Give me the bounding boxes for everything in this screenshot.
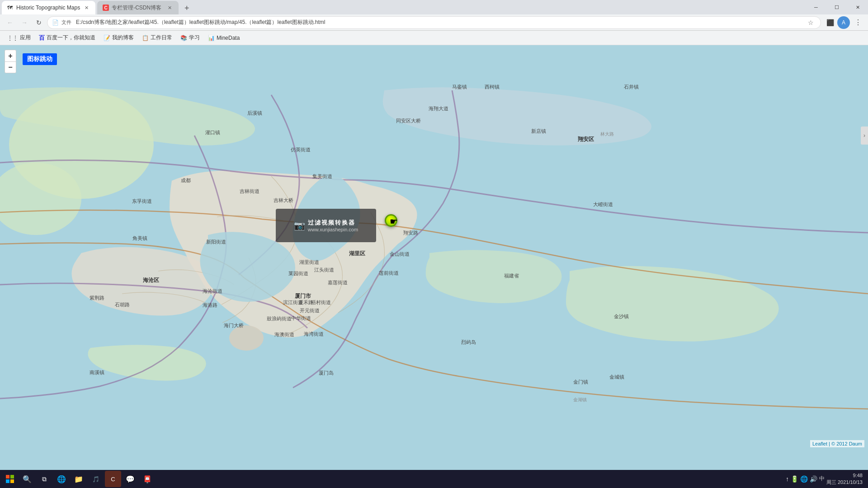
tab-close-1[interactable]: ✕ bbox=[83, 4, 90, 11]
bookmarks-bar: ⋮⋮ 应用 百 百度一下，你就知道 📝 我的博客 📋 工作日常 📚 学习 📊 M… bbox=[0, 31, 868, 45]
tab-title-2: 专栏管理-CSDN博客 bbox=[112, 4, 163, 12]
svg-point-3 bbox=[229, 325, 264, 351]
profile-button[interactable]: A bbox=[837, 16, 850, 29]
taskbar: 🔍 ⧉ 🌐 📁 🎵 C 💬 📮 ↑ 🔋 🌐 🔊 中 9:48 周三 2021/1… bbox=[0, 470, 868, 488]
tray-upload-icon[interactable]: ↑ bbox=[786, 475, 789, 483]
tray-battery-icon[interactable]: 🔋 bbox=[791, 475, 798, 483]
bookmark-myblog[interactable]: 📝 我的博客 bbox=[100, 33, 137, 43]
bookmark-baidu-label: 百度一下，你就知道 bbox=[47, 34, 95, 42]
tab-bar: 🗺 Historic Topographic Maps ✕ C 专栏管理-CSD… bbox=[0, 0, 806, 14]
taskbar-tray: ↑ 🔋 🌐 🔊 中 9:48 周三 2021/10/13 bbox=[786, 472, 866, 485]
close-button[interactable]: ✕ bbox=[847, 0, 868, 14]
video-overlay: 📷 过滤视频转换器 www.xunjiashepin.com bbox=[276, 209, 376, 242]
zoom-out-button[interactable]: − bbox=[5, 61, 16, 73]
study-icon: 📚 bbox=[180, 35, 187, 41]
taskbar-media-button[interactable]: 🎵 bbox=[88, 471, 104, 487]
tab-inactive[interactable]: C 专栏管理-CSDN博客 ✕ bbox=[97, 1, 179, 14]
windows-icon bbox=[6, 475, 14, 483]
bookmark-study-label: 学习 bbox=[189, 34, 200, 42]
tab-active[interactable]: 🗺 Historic Topographic Maps ✕ bbox=[2, 1, 95, 14]
tab-title-1: Historic Topographic Maps bbox=[16, 5, 80, 11]
bookmark-apps-label: 应用 bbox=[20, 34, 31, 42]
bookmark-myblog-label: 我的博客 bbox=[112, 34, 134, 42]
browser-window: 🗺 Historic Topographic Maps ✕ C 专栏管理-CSD… bbox=[0, 0, 868, 488]
address-bar: ← → ↻ 📄 文件 E:/csdn博客/地图之家/leaflet篇/45.（l… bbox=[0, 14, 868, 31]
tray-lang-label[interactable]: 中 bbox=[819, 475, 825, 483]
protocol-label: 文件 bbox=[61, 19, 71, 25]
svg-rect-4 bbox=[6, 475, 9, 479]
map-label-badge: 图标跳动 bbox=[23, 53, 57, 65]
bookmark-work-label: 工作日常 bbox=[151, 34, 172, 42]
bookmark-minedata-label: MineData bbox=[217, 35, 240, 41]
maximize-button[interactable]: ☐ bbox=[826, 0, 847, 14]
back-button[interactable]: ← bbox=[4, 16, 16, 29]
leaflet-attribution: Leaflet | © 2012 Daum bbox=[810, 440, 864, 447]
forward-button[interactable]: → bbox=[18, 16, 31, 29]
sidebar-toggle-button[interactable]: › bbox=[861, 127, 868, 145]
tab-favicon-2: C bbox=[103, 5, 109, 11]
work-icon: 📋 bbox=[142, 35, 149, 41]
blog-icon: 📝 bbox=[104, 35, 110, 41]
tab-close-2[interactable]: ✕ bbox=[166, 4, 173, 11]
zoom-in-button[interactable]: + bbox=[5, 50, 16, 61]
taskbar-mail-button[interactable]: 📮 bbox=[139, 471, 156, 487]
leaflet-link[interactable]: Leaflet | © 2012 Daum bbox=[812, 441, 862, 446]
svg-rect-6 bbox=[6, 479, 9, 483]
address-input[interactable]: 📄 文件 E:/csdn博客/地图之家/leaflet篇/45.（leaflet… bbox=[47, 16, 821, 29]
tray-clock[interactable]: 9:48 周三 2021/10/13 bbox=[826, 472, 863, 485]
taskbar-explorer-button[interactable]: 📁 bbox=[71, 471, 87, 487]
camera-icon: 📷 bbox=[294, 220, 305, 231]
apps-icon: ⋮⋮ bbox=[7, 35, 18, 41]
video-overlay-title: 过滤视频转换器 bbox=[308, 219, 358, 227]
url-text: E:/csdn博客/地图之家/leaflet篇/45.（leaflet篇）lea… bbox=[76, 19, 326, 25]
video-overlay-url: www.xunjiashepin.com bbox=[308, 227, 358, 232]
tray-volume-icon[interactable]: 🔊 bbox=[810, 475, 817, 483]
start-button[interactable] bbox=[2, 471, 18, 487]
extensions-button[interactable]: ⬛ bbox=[825, 17, 835, 28]
titlebar: 🗺 Historic Topographic Maps ✕ C 专栏管理-CSD… bbox=[0, 0, 868, 14]
bookmark-apps[interactable]: ⋮⋮ 应用 bbox=[4, 33, 34, 43]
new-tab-button[interactable]: + bbox=[180, 2, 193, 14]
bookmark-minedata[interactable]: 📊 MineData bbox=[204, 33, 243, 43]
zoom-controls: + − bbox=[5, 50, 16, 73]
taskbar-csdn-button[interactable]: C bbox=[105, 471, 121, 487]
tab-favicon-1: 🗺 bbox=[7, 5, 14, 11]
tray-network-icon[interactable]: 🌐 bbox=[800, 475, 808, 483]
reload-button[interactable]: ↻ bbox=[33, 16, 45, 29]
map-marker[interactable] bbox=[385, 214, 397, 227]
bookmark-star-button[interactable]: ☆ bbox=[805, 17, 816, 28]
taskbar-edge-button[interactable]: 🌐 bbox=[53, 471, 70, 487]
bookmark-work[interactable]: 📋 工作日常 bbox=[138, 33, 176, 43]
menu-button[interactable]: ⋮ bbox=[852, 16, 864, 29]
address-text: 文件 E:/csdn博客/地图之家/leaflet篇/45.（leaflet篇）… bbox=[61, 19, 802, 26]
taskbar-taskview-button[interactable]: ⧉ bbox=[36, 471, 52, 487]
minedata-icon: 📊 bbox=[208, 35, 215, 41]
taskbar-wechat-button[interactable]: 💬 bbox=[122, 471, 138, 487]
file-icon: 📄 bbox=[52, 19, 59, 26]
baidu-icon: 百 bbox=[39, 34, 45, 42]
map-container[interactable]: 马銮镇 西柯镇 石井镇 翔安区 新店镇 后溪镇 灌口镇 仿英街道 集美街道 吉林… bbox=[0, 45, 868, 470]
tray-time: 9:48 bbox=[826, 472, 863, 479]
svg-rect-7 bbox=[10, 479, 14, 483]
map-svg bbox=[0, 45, 868, 470]
taskbar-search-button[interactable]: 🔍 bbox=[19, 471, 35, 487]
bookmark-study[interactable]: 📚 学习 bbox=[177, 33, 203, 43]
minimize-button[interactable]: ─ bbox=[806, 0, 826, 14]
svg-rect-5 bbox=[10, 475, 14, 479]
window-controls: ─ ☐ ✕ bbox=[806, 0, 868, 14]
tray-day: 周三 2021/10/13 bbox=[826, 479, 863, 486]
bookmark-baidu[interactable]: 百 百度一下，你就知道 bbox=[35, 33, 99, 43]
